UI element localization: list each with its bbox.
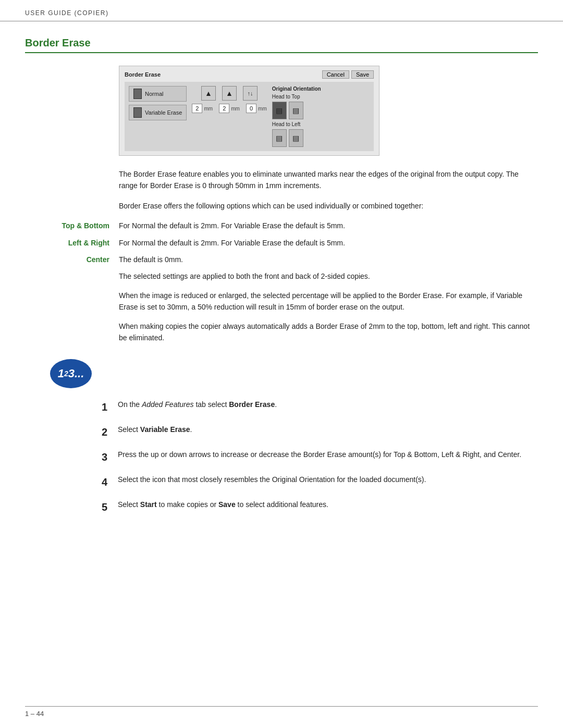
normal-mode-icon — [133, 89, 142, 99]
step-5: 5 Select Start to make copies or Save to… — [50, 499, 538, 515]
head-to-top-landscape-icon[interactable]: ▤ — [289, 102, 303, 119]
page-footer: 1 – 44 — [25, 706, 538, 718]
center-value-group: 0 mm — [246, 104, 267, 113]
center-up-arrow[interactable]: ↑↓ — [243, 86, 258, 101]
step-1-text: On the Added Features tab select Border … — [118, 399, 538, 410]
step-2-number: 2 — [50, 424, 118, 440]
ui-mode-buttons: Normal Variable Erase — [129, 86, 187, 120]
head-to-top-label: Head to Top — [272, 94, 300, 100]
left-right-value: 2 — [219, 104, 229, 113]
variable-erase-icon — [133, 107, 142, 118]
steps-section: 1 On the Added Features tab select Borde… — [50, 399, 538, 515]
head-to-top-icons: ▤ ▤ — [272, 102, 303, 119]
left-right-value-group: 2 mm — [219, 104, 240, 113]
step-2-text: Select Variable Erase. — [118, 424, 538, 435]
step-4-number: 4 — [50, 474, 118, 490]
center-unit: mm — [258, 106, 267, 112]
top-bottom-value-group: 2 mm — [192, 104, 213, 113]
extra-para2: When the image is reduced or enlarged, t… — [119, 290, 538, 313]
step-3-text: Press the up or down arrows to increase … — [118, 449, 538, 460]
head-to-left-landscape-icon[interactable]: ▤ — [289, 129, 303, 147]
left-right-label: Left & Right — [25, 237, 119, 249]
top-bottom-value: 2 — [192, 104, 202, 113]
ui-value-controls: ▲ ▲ ↑↓ 2 mm 2 mm 0 mm — [192, 86, 266, 113]
normal-mode-button[interactable]: Normal — [129, 86, 187, 102]
arrows-row: ▲ ▲ ↑↓ — [201, 86, 258, 101]
orientation-title: Original Orientation — [272, 86, 321, 92]
head-to-left-portrait-icon[interactable]: ▤ — [272, 129, 287, 147]
center-label: Center — [25, 254, 119, 265]
section-title: Border Erase — [25, 37, 538, 53]
top-bottom-desc: For Normal the default is 2mm. For Varia… — [119, 220, 538, 231]
header-title: User Guide (Copier) — [25, 9, 109, 17]
extra-para1: The selected settings are applied to bot… — [119, 270, 538, 282]
normal-mode-label: Normal — [145, 91, 163, 97]
head-to-left-icons: ▤ ▤ — [272, 129, 303, 147]
ui-widget-title: Border Erase — [125, 71, 161, 78]
variable-erase-button[interactable]: Variable Erase — [129, 105, 187, 120]
ui-top-bar: Border Erase Cancel Save — [125, 70, 374, 79]
step-1-number: 1 — [50, 399, 118, 415]
top-bottom-up-arrow[interactable]: ▲ — [201, 86, 216, 101]
left-right-up-arrow[interactable]: ▲ — [222, 86, 237, 101]
badge-section: 123... — [50, 359, 538, 388]
center-desc: The default is 0mm. — [119, 254, 538, 265]
left-right-unit: mm — [231, 106, 240, 112]
save-button[interactable]: Save — [351, 70, 374, 79]
step-5-number: 5 — [50, 499, 118, 515]
value-row: 2 mm 2 mm 0 mm — [192, 104, 266, 113]
intro-para2: Border Erase offers the following option… — [119, 200, 538, 212]
cancel-button[interactable]: Cancel — [322, 70, 349, 79]
ui-inner: Normal Variable Erase ▲ ▲ ↑↓ 2 mm — [125, 82, 374, 151]
ui-screenshot-widget: Border Erase Cancel Save Normal Variable… — [119, 66, 380, 156]
page-content: Border Erase Border Erase Cancel Save No… — [0, 21, 563, 545]
step-4: 4 Select the icon that most closely rese… — [50, 474, 538, 490]
intro-para1: The Border Erase feature enables you to … — [119, 168, 538, 192]
ui-button-group: Cancel Save — [322, 70, 374, 79]
page-header: User Guide (Copier) — [0, 0, 563, 21]
feature-left-right: Left & Right For Normal the default is 2… — [25, 237, 538, 249]
feature-top-bottom: Top & Bottom For Normal the default is 2… — [25, 220, 538, 231]
step-4-text: Select the icon that most closely resemb… — [118, 474, 538, 485]
step-3-number: 3 — [50, 449, 118, 465]
top-bottom-unit: mm — [204, 106, 213, 112]
orientation-panel: Original Orientation Head to Top ▤ ▤ Hea… — [272, 86, 321, 147]
top-bottom-label: Top & Bottom — [25, 220, 119, 231]
page-number: 1 – 44 — [25, 710, 44, 718]
center-value: 0 — [246, 104, 256, 113]
variable-erase-label: Variable Erase — [145, 109, 182, 116]
left-right-desc: For Normal the default is 2mm. For Varia… — [119, 237, 538, 249]
extra-para3: When making copies the copier always aut… — [119, 320, 538, 344]
step-5-text: Select Start to make copies or Save to s… — [118, 499, 538, 510]
step-2: 2 Select Variable Erase. — [50, 424, 538, 440]
head-to-top-portrait-icon[interactable]: ▤ — [272, 102, 287, 119]
head-to-left-label: Head to Left — [272, 121, 300, 127]
steps-badge: 123... — [50, 359, 92, 388]
step-3: 3 Press the up or down arrows to increas… — [50, 449, 538, 465]
step-1: 1 On the Added Features tab select Borde… — [50, 399, 538, 415]
feature-center: Center The default is 0mm. — [25, 254, 538, 265]
